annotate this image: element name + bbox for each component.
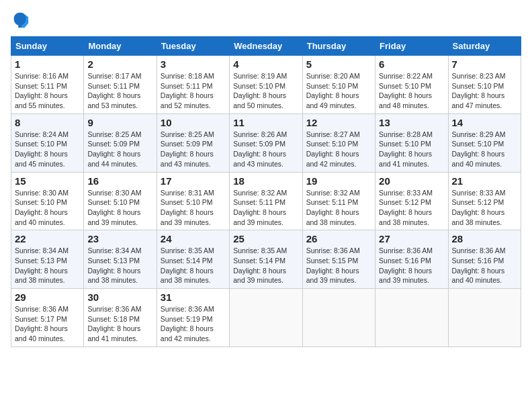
day-number: 19	[306, 175, 371, 187]
day-info: Sunrise: 8:36 AMSunset: 5:17 PMDaylight:…	[15, 304, 80, 344]
column-header-friday: Friday	[375, 37, 448, 56]
empty-cell	[302, 289, 375, 347]
calendar-day-cell: 26Sunrise: 8:36 AMSunset: 5:15 PMDayligh…	[302, 230, 375, 289]
day-number: 12	[306, 117, 371, 128]
calendar-day-cell: 29Sunrise: 8:36 AMSunset: 5:17 PMDayligh…	[11, 289, 84, 347]
day-info: Sunrise: 8:26 AMSunset: 5:09 PMDaylight:…	[233, 130, 298, 169]
calendar-day-cell: 2Sunrise: 8:17 AMSunset: 5:11 PMDaylight…	[84, 56, 157, 114]
day-number: 29	[15, 291, 80, 303]
column-header-sunday: Sunday	[11, 37, 84, 56]
day-number: 7	[452, 58, 517, 70]
calendar-week-row: 22Sunrise: 8:34 AMSunset: 5:13 PMDayligh…	[11, 230, 521, 289]
calendar-day-cell: 22Sunrise: 8:34 AMSunset: 5:13 PMDayligh…	[11, 230, 84, 289]
day-number: 14	[452, 117, 517, 128]
day-info: Sunrise: 8:36 AMSunset: 5:16 PMDaylight:…	[452, 246, 517, 285]
calendar-header-row: SundayMondayTuesdayWednesdayThursdayFrid…	[11, 37, 521, 56]
column-header-wednesday: Wednesday	[230, 37, 302, 56]
day-info: Sunrise: 8:33 AMSunset: 5:12 PMDaylight:…	[452, 188, 517, 228]
day-number: 8	[15, 117, 80, 128]
day-info: Sunrise: 8:36 AMSunset: 5:15 PMDaylight:…	[306, 246, 371, 285]
day-info: Sunrise: 8:23 AMSunset: 5:10 PMDaylight:…	[452, 71, 517, 111]
calendar-day-cell: 18Sunrise: 8:32 AMSunset: 5:11 PMDayligh…	[230, 172, 302, 230]
day-info: Sunrise: 8:35 AMSunset: 5:14 PMDaylight:…	[161, 246, 226, 285]
day-number: 4	[233, 58, 298, 70]
calendar-day-cell: 5Sunrise: 8:20 AMSunset: 5:10 PMDaylight…	[302, 56, 375, 114]
day-info: Sunrise: 8:24 AMSunset: 5:10 PMDaylight:…	[15, 130, 80, 169]
logo	[11, 11, 32, 30]
calendar-day-cell: 14Sunrise: 8:29 AMSunset: 5:10 PMDayligh…	[448, 113, 521, 172]
day-info: Sunrise: 8:32 AMSunset: 5:11 PMDaylight:…	[233, 188, 298, 228]
day-info: Sunrise: 8:32 AMSunset: 5:11 PMDaylight:…	[306, 188, 371, 228]
day-info: Sunrise: 8:31 AMSunset: 5:10 PMDaylight:…	[161, 188, 226, 228]
calendar-day-cell: 3Sunrise: 8:18 AMSunset: 5:11 PMDaylight…	[157, 56, 229, 114]
day-info: Sunrise: 8:28 AMSunset: 5:10 PMDaylight:…	[379, 130, 444, 169]
day-info: Sunrise: 8:25 AMSunset: 5:09 PMDaylight:…	[87, 130, 152, 169]
calendar-day-cell: 20Sunrise: 8:33 AMSunset: 5:12 PMDayligh…	[375, 172, 448, 230]
day-number: 25	[233, 233, 298, 244]
column-header-monday: Monday	[84, 37, 157, 56]
calendar-day-cell: 12Sunrise: 8:27 AMSunset: 5:10 PMDayligh…	[302, 113, 375, 172]
day-info: Sunrise: 8:35 AMSunset: 5:14 PMDaylight:…	[233, 246, 298, 285]
day-info: Sunrise: 8:16 AMSunset: 5:11 PMDaylight:…	[15, 71, 80, 111]
calendar-day-cell: 15Sunrise: 8:30 AMSunset: 5:10 PMDayligh…	[11, 172, 84, 230]
day-number: 15	[15, 175, 80, 187]
day-info: Sunrise: 8:36 AMSunset: 5:16 PMDaylight:…	[379, 246, 444, 285]
day-number: 10	[161, 117, 226, 128]
day-number: 13	[379, 117, 444, 128]
day-number: 27	[379, 233, 444, 244]
day-info: Sunrise: 8:29 AMSunset: 5:10 PMDaylight:…	[452, 130, 517, 169]
day-info: Sunrise: 8:20 AMSunset: 5:10 PMDaylight:…	[306, 71, 371, 111]
day-info: Sunrise: 8:25 AMSunset: 5:09 PMDaylight:…	[161, 130, 226, 169]
calendar-day-cell: 19Sunrise: 8:32 AMSunset: 5:11 PMDayligh…	[302, 172, 375, 230]
day-number: 1	[15, 58, 80, 70]
day-number: 2	[87, 58, 152, 70]
day-number: 24	[161, 233, 226, 244]
calendar-day-cell: 9Sunrise: 8:25 AMSunset: 5:09 PMDaylight…	[84, 113, 157, 172]
day-info: Sunrise: 8:30 AMSunset: 5:10 PMDaylight:…	[15, 188, 80, 228]
calendar-day-cell: 27Sunrise: 8:36 AMSunset: 5:16 PMDayligh…	[375, 230, 448, 289]
day-number: 18	[233, 175, 298, 187]
calendar-day-cell: 21Sunrise: 8:33 AMSunset: 5:12 PMDayligh…	[448, 172, 521, 230]
day-info: Sunrise: 8:34 AMSunset: 5:13 PMDaylight:…	[87, 246, 152, 285]
empty-cell	[230, 289, 302, 347]
calendar-week-row: 29Sunrise: 8:36 AMSunset: 5:17 PMDayligh…	[11, 289, 521, 347]
calendar-day-cell: 24Sunrise: 8:35 AMSunset: 5:14 PMDayligh…	[157, 230, 229, 289]
calendar-day-cell: 1Sunrise: 8:16 AMSunset: 5:11 PMDaylight…	[11, 56, 84, 114]
day-number: 28	[452, 233, 517, 244]
calendar-day-cell: 31Sunrise: 8:36 AMSunset: 5:19 PMDayligh…	[157, 289, 229, 347]
calendar-day-cell: 28Sunrise: 8:36 AMSunset: 5:16 PMDayligh…	[448, 230, 521, 289]
day-info: Sunrise: 8:22 AMSunset: 5:10 PMDaylight:…	[379, 71, 444, 111]
page-header	[11, 11, 521, 30]
empty-cell	[448, 289, 521, 347]
empty-cell	[375, 289, 448, 347]
logo-icon	[11, 11, 30, 30]
calendar-day-cell: 11Sunrise: 8:26 AMSunset: 5:09 PMDayligh…	[230, 113, 302, 172]
calendar-day-cell: 10Sunrise: 8:25 AMSunset: 5:09 PMDayligh…	[157, 113, 229, 172]
day-number: 20	[379, 175, 444, 187]
calendar-table: SundayMondayTuesdayWednesdayThursdayFrid…	[11, 36, 521, 347]
calendar-week-row: 8Sunrise: 8:24 AMSunset: 5:10 PMDaylight…	[11, 113, 521, 172]
day-info: Sunrise: 8:36 AMSunset: 5:19 PMDaylight:…	[161, 304, 226, 344]
day-info: Sunrise: 8:34 AMSunset: 5:13 PMDaylight:…	[15, 246, 80, 285]
calendar-day-cell: 23Sunrise: 8:34 AMSunset: 5:13 PMDayligh…	[84, 230, 157, 289]
day-number: 11	[233, 117, 298, 128]
column-header-thursday: Thursday	[302, 37, 375, 56]
day-number: 31	[161, 291, 226, 303]
day-info: Sunrise: 8:33 AMSunset: 5:12 PMDaylight:…	[379, 188, 444, 228]
calendar-day-cell: 25Sunrise: 8:35 AMSunset: 5:14 PMDayligh…	[230, 230, 302, 289]
calendar-week-row: 15Sunrise: 8:30 AMSunset: 5:10 PMDayligh…	[11, 172, 521, 230]
day-number: 3	[161, 58, 226, 70]
day-number: 5	[306, 58, 371, 70]
calendar-day-cell: 8Sunrise: 8:24 AMSunset: 5:10 PMDaylight…	[11, 113, 84, 172]
day-number: 6	[379, 58, 444, 70]
calendar-day-cell: 4Sunrise: 8:19 AMSunset: 5:10 PMDaylight…	[230, 56, 302, 114]
day-info: Sunrise: 8:30 AMSunset: 5:10 PMDaylight:…	[87, 188, 152, 228]
calendar-day-cell: 16Sunrise: 8:30 AMSunset: 5:10 PMDayligh…	[84, 172, 157, 230]
day-number: 16	[87, 175, 152, 187]
day-info: Sunrise: 8:27 AMSunset: 5:10 PMDaylight:…	[306, 130, 371, 169]
calendar-week-row: 1Sunrise: 8:16 AMSunset: 5:11 PMDaylight…	[11, 56, 521, 114]
calendar-day-cell: 30Sunrise: 8:36 AMSunset: 5:18 PMDayligh…	[84, 289, 157, 347]
day-info: Sunrise: 8:36 AMSunset: 5:18 PMDaylight:…	[87, 304, 152, 344]
day-number: 23	[87, 233, 152, 244]
day-number: 17	[161, 175, 226, 187]
